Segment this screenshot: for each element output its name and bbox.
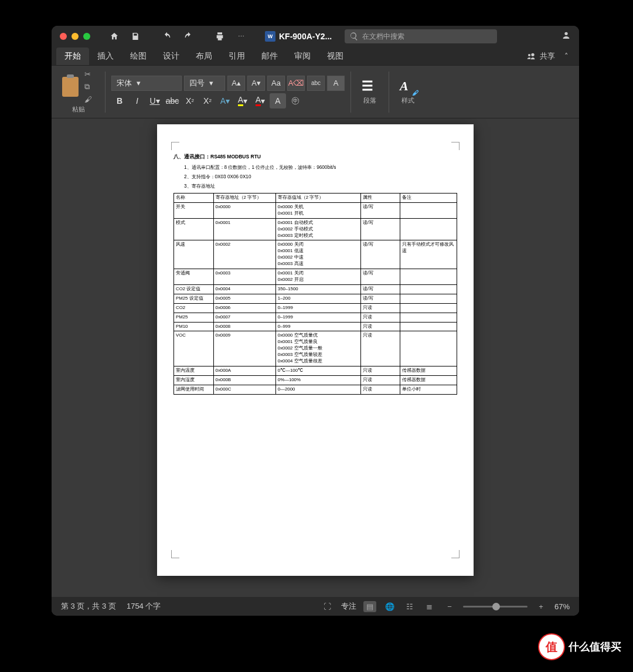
close-icon[interactable] (60, 33, 67, 40)
print-layout-icon[interactable]: ▤ (363, 601, 376, 612)
styles-group[interactable]: A🖌 样式 (395, 68, 421, 116)
search-placeholder: 在文档中搜索 (362, 32, 404, 42)
table-row: 室内湿度0x000B0%—100%只读传感器数据 (174, 375, 457, 385)
table-row: CO20x00060–1999只读 (174, 303, 457, 313)
focus-mode-icon[interactable]: ⛶ (321, 602, 334, 611)
table-row: 开关0x00000x0000 关机0x0001 开机读/写 (174, 202, 457, 218)
tab-view[interactable]: 视图 (319, 47, 352, 65)
grow-font-button[interactable]: A▴ (227, 76, 245, 91)
doc-line-1: 1、通讯串口配置：8 位数据位，1 位停止位，无校验，波特率：9600bit/s (184, 164, 457, 171)
maximize-icon[interactable] (83, 33, 90, 40)
table-row: CO2 设定值0x0004350–1500读/写 (174, 284, 457, 294)
table-row: PM100x00080–999只读 (174, 322, 457, 331)
outline-icon[interactable]: ☷ (403, 602, 416, 611)
ribbon: ✂ ⧉ 🖌 粘贴 宋体▾ 四号▾ A▴ A▾ Aa A⌫ abc A B I (52, 66, 579, 118)
paragraph-icon: ☰ (362, 79, 378, 95)
watermark: 值 什么值得买 (538, 633, 621, 660)
superscript-button[interactable]: X2 (199, 93, 216, 108)
char-border-button[interactable]: A (327, 76, 345, 91)
table-row: 滤网使用时间0x000C0—2000只读单位小时 (174, 385, 457, 394)
undo-icon[interactable] (159, 29, 175, 44)
table-header: 属性 (360, 194, 400, 203)
format-painter-icon[interactable]: 🖌 (84, 95, 92, 104)
highlight-button[interactable]: A▾ (234, 93, 251, 108)
titlebar: ⋯ W KF-900A-Y2... 在文档中搜索 (52, 26, 579, 47)
change-case-button[interactable]: Aa (267, 76, 285, 91)
tab-review[interactable]: 审阅 (286, 47, 319, 65)
table-header: 寄存器值域（2 字节） (275, 194, 360, 203)
focus-label[interactable]: 专注 (341, 601, 356, 612)
cut-icon[interactable]: ✂ (84, 70, 92, 79)
table-header: 名称 (174, 194, 214, 203)
font-name-select[interactable]: 宋体▾ (111, 76, 182, 91)
subscript-button[interactable]: X2 (182, 93, 198, 108)
share-person-icon (527, 52, 536, 61)
table-row: 模式0x00010x0001 自动模式0x0002 手动模式0x0003 定时模… (174, 218, 457, 240)
font-group: 宋体▾ 四号▾ A▴ A▾ Aa A⌫ abc A B I U▾ abc X2 … (111, 76, 345, 108)
document-area[interactable]: 八、通讯接口：RS485 MODBUS RTU 1、通讯串口配置：8 位数据位，… (52, 118, 579, 597)
document-title: W KF-900A-Y2... (265, 31, 332, 42)
zoom-slider[interactable] (463, 606, 528, 607)
paste-label: 粘贴 (72, 105, 85, 114)
paste-icon[interactable] (62, 77, 79, 97)
zoom-out-button[interactable]: − (443, 602, 456, 611)
word-doc-icon: W (265, 31, 275, 42)
zoom-level[interactable]: 67% (554, 602, 570, 611)
enclose-char-button[interactable]: ㊥ (287, 93, 304, 108)
clear-format-button[interactable]: A⌫ (287, 76, 305, 91)
search-icon (349, 32, 359, 41)
share-button[interactable]: 共享 ˄ (527, 51, 574, 62)
table-row: VOC0x00090x0000 空气质量优0x0001 空气质量良0x0002 … (174, 331, 457, 366)
tab-insert[interactable]: 插入 (89, 47, 122, 65)
italic-button[interactable]: I (129, 93, 145, 108)
print-icon[interactable] (212, 29, 227, 44)
tab-design[interactable]: 设计 (155, 47, 188, 65)
redo-icon[interactable] (181, 29, 196, 44)
page-indicator[interactable]: 第 3 页，共 3 页 (61, 601, 116, 612)
register-table: 名称寄存器地址（2 字节）寄存器值域（2 字节）属性备注开关0x00000x00… (173, 193, 457, 395)
table-row: 风速0x00020x0000 关闭0x0001 低速0x0002 中速0x000… (174, 240, 457, 269)
collapse-ribbon-icon[interactable]: ˄ (564, 52, 569, 60)
table-row: PM250x00070–1999只读 (174, 313, 457, 322)
tab-draw[interactable]: 绘图 (122, 47, 155, 65)
table-row: 旁通阀0x00030x0001 关闭0x0002 开启读/写 (174, 269, 457, 285)
word-count[interactable]: 1754 个字 (127, 601, 161, 612)
shrink-font-button[interactable]: A▾ (247, 76, 265, 91)
account-icon[interactable] (561, 30, 571, 42)
search-input[interactable]: 在文档中搜索 (345, 29, 497, 43)
tab-references[interactable]: 引用 (220, 47, 253, 65)
paragraph-group[interactable]: ☰ 段落 (357, 68, 383, 116)
zoom-in-button[interactable]: + (535, 602, 547, 611)
table-row: PM25 设定值0x00051–200读/写 (174, 294, 457, 303)
font-size-select[interactable]: 四号▾ (184, 76, 225, 91)
window-controls (60, 33, 90, 40)
phonetic-button[interactable]: abc (307, 76, 325, 91)
home-icon[interactable] (107, 29, 122, 44)
font-color-button[interactable]: A▾ (252, 93, 268, 108)
watermark-icon: 值 (538, 633, 565, 660)
char-shading-button[interactable]: A (270, 93, 286, 108)
underline-button[interactable]: U▾ (147, 93, 163, 108)
doc-heading: 八、通讯接口：RS485 MODBUS RTU (173, 154, 457, 161)
statusbar: 第 3 页，共 3 页 1754 个字 ⛶ 专注 ▤ 🌐 ☷ ≣ − + 67% (52, 597, 579, 616)
tab-layout[interactable]: 布局 (188, 47, 220, 65)
tab-mailings[interactable]: 邮件 (253, 47, 286, 65)
clipboard-group: ✂ ⧉ 🖌 粘贴 (57, 68, 99, 116)
bold-button[interactable]: B (111, 93, 128, 108)
ribbon-tabs: 开始 插入 绘图 设计 布局 引用 邮件 审阅 视图 共享 ˄ (52, 47, 579, 66)
tab-home[interactable]: 开始 (56, 47, 89, 65)
minimize-icon[interactable] (72, 33, 79, 40)
strike-button[interactable]: abc (164, 93, 181, 108)
page: 八、通讯接口：RS485 MODBUS RTU 1、通讯串口配置：8 位数据位，… (157, 124, 474, 576)
text-effects-button[interactable]: A▾ (217, 93, 233, 108)
styles-icon: A🖌 (400, 79, 416, 95)
web-layout-icon[interactable]: 🌐 (383, 602, 396, 611)
table-row: 室内温度0x000A0℃—100℃只读传感器数据 (174, 366, 457, 375)
doc-line-3: 3、寄存器地址 (184, 183, 457, 189)
app-window: ⋯ W KF-900A-Y2... 在文档中搜索 开始 插入 绘图 设计 布局 … (52, 26, 579, 616)
save-icon[interactable] (128, 29, 143, 44)
overflow-icon[interactable]: ⋯ (233, 29, 249, 44)
draft-icon[interactable]: ≣ (423, 602, 436, 611)
table-header: 备注 (400, 194, 457, 203)
copy-icon[interactable]: ⧉ (84, 82, 92, 91)
